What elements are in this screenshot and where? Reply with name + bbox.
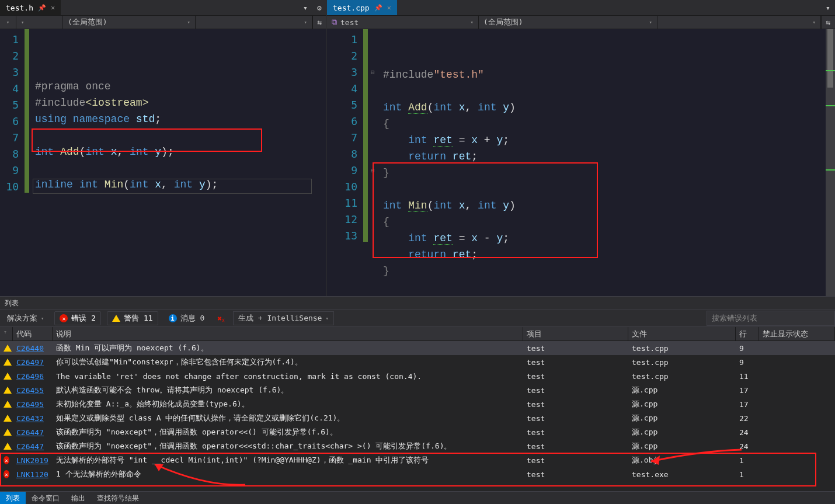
- bottom-tab[interactable]: 查找符号结果: [91, 492, 145, 504]
- error-file: 源.cpp: [628, 411, 736, 425]
- nav-type[interactable]: ▾: [16, 16, 63, 29]
- nav-member[interactable]: ▾: [196, 16, 312, 29]
- error-project: test: [523, 369, 628, 383]
- solution-filter[interactable]: 解决方案▾: [2, 312, 48, 325]
- fold-toggle[interactable]: [368, 32, 377, 48]
- header-severity[interactable]: ᵀ: [0, 327, 13, 340]
- fold-toggle[interactable]: [368, 130, 377, 146]
- fold-toggle[interactable]: ⊟: [368, 64, 377, 81]
- header-suppress[interactable]: 禁止显示状态: [759, 327, 835, 340]
- error-toolbar: 解决方案▾ ✕ 错误 2 警告 11 i 消息 0 ✖ᵪ 生成 + Intell…: [0, 310, 835, 327]
- nav-member[interactable]: ▾: [657, 16, 821, 29]
- warning-icon: [4, 443, 12, 450]
- error-row[interactable]: C26495未初始化变量 A::_a。始终初始化成员变量(type.6)。tes…: [0, 397, 835, 411]
- error-code-link[interactable]: LNK1120: [16, 470, 48, 479]
- close-icon[interactable]: ✕: [51, 4, 55, 12]
- code-area-right[interactable]: 12345678910111213 ⊟⊟ #include"test.h"int…: [327, 29, 835, 296]
- error-description: 你可以尝试创建"Min"constexpr，除非它包含任何未定义行为(f.4)。: [53, 355, 523, 369]
- messages-pill[interactable]: i 消息 0: [164, 312, 210, 325]
- fold-toggle[interactable]: [368, 146, 377, 162]
- error-file: 源.obj: [628, 453, 736, 467]
- grid-header: ᵀ 代码 说明 项目 文件 行 禁止显示状态: [0, 327, 835, 341]
- error-grid[interactable]: ᵀ 代码 说明 项目 文件 行 禁止显示状态 C26440函数 Min 可以声明…: [0, 327, 835, 491]
- warning-icon: [4, 345, 12, 352]
- error-row[interactable]: C26432如果定义或删除类型 class A 中的任何默认操作，请全部定义或删…: [0, 411, 835, 425]
- fold-toggle[interactable]: [368, 48, 377, 64]
- tab-test-h[interactable]: test.h 📌 ✕: [0, 0, 61, 15]
- error-code-link[interactable]: C26496: [16, 372, 44, 381]
- error-code-link[interactable]: C26447: [16, 428, 44, 437]
- error-icon: ✕: [60, 314, 68, 322]
- error-row[interactable]: C26496The variable 'ret' does not change…: [0, 369, 835, 383]
- bottom-tab[interactable]: 命令窗口: [26, 492, 65, 504]
- header-code[interactable]: 代码: [13, 327, 53, 340]
- clear-filter-icon[interactable]: ✖ᵪ: [215, 314, 227, 323]
- error-suppress: [759, 355, 835, 369]
- errors-pill[interactable]: ✕ 错误 2: [54, 311, 101, 325]
- fold-column[interactable]: ⊟⊟: [368, 29, 377, 296]
- error-row[interactable]: C26447该函数声明为 "noexcept"，但调用函数 operator<<…: [0, 439, 835, 453]
- warning-icon: [112, 315, 120, 322]
- fold-toggle[interactable]: ⊟: [368, 162, 377, 179]
- error-row[interactable]: ✕LNK11201 个无法解析的外部命令testtest.exe1: [0, 467, 835, 481]
- gear-icon[interactable]: ⚙: [312, 0, 326, 15]
- fold-toggle[interactable]: [368, 113, 377, 130]
- pin-icon[interactable]: 📌: [38, 4, 46, 12]
- error-code-link[interactable]: C26497: [16, 358, 44, 367]
- fold-toggle[interactable]: [368, 228, 377, 244]
- error-code-link[interactable]: C26495: [16, 400, 44, 409]
- search-input[interactable]: 搜索错误列表: [707, 311, 835, 326]
- fold-toggle[interactable]: [368, 97, 377, 113]
- fold-toggle[interactable]: [368, 179, 377, 195]
- header-project[interactable]: 项目: [523, 327, 628, 340]
- nav-scope[interactable]: (全局范围) ▾: [63, 16, 196, 29]
- code-text[interactable]: #pragma once#include<iostream>using name…: [29, 29, 326, 296]
- warning-icon: [4, 359, 12, 366]
- header-line[interactable]: 行: [736, 327, 759, 340]
- code-area-left[interactable]: 12345678910 #pragma once#include<iostrea…: [0, 29, 326, 296]
- error-project: test: [523, 425, 628, 439]
- error-row[interactable]: ✕LNK2019无法解析的外部符号 "int __cdecl Min(int,i…: [0, 453, 835, 467]
- fold-toggle[interactable]: [368, 81, 377, 97]
- tab-bar-right: test.cpp 📌 ✕ ▾: [327, 0, 835, 15]
- error-row[interactable]: C26440函数 Min 可以声明为 noexcept (f.6)。testte…: [0, 341, 835, 355]
- error-code-link[interactable]: C26440: [16, 344, 44, 353]
- error-suppress: [759, 467, 835, 481]
- bottom-tab[interactable]: 列表: [0, 492, 26, 504]
- vertical-scrollbar[interactable]: [826, 29, 835, 296]
- error-code-link[interactable]: C26432: [16, 414, 44, 423]
- pin-icon[interactable]: 📌: [374, 4, 382, 12]
- close-icon[interactable]: ✕: [387, 4, 391, 12]
- fold-toggle[interactable]: [368, 211, 377, 228]
- nav-project[interactable]: ⧉ test ▾: [327, 16, 479, 29]
- error-line: 9: [736, 341, 759, 355]
- chevron-down-icon[interactable]: ▾: [821, 0, 835, 15]
- nav-project-label: test: [340, 18, 359, 27]
- bottom-tab[interactable]: 输出: [65, 492, 91, 504]
- warnings-pill[interactable]: 警告 11: [107, 311, 158, 325]
- chevron-down-icon[interactable]: ▾: [298, 0, 312, 15]
- error-row[interactable]: C26447该函数声明为 "noexcept"，但调用函数 operator<<…: [0, 425, 835, 439]
- split-icon[interactable]: ⇆: [312, 16, 326, 29]
- split-icon[interactable]: ⇆: [821, 16, 835, 29]
- code-text[interactable]: #include"test.h"int Add(int x, int y){ i…: [377, 29, 826, 296]
- header-file[interactable]: 文件: [628, 327, 736, 340]
- warning-icon: [4, 387, 12, 394]
- warning-icon: [4, 415, 12, 422]
- error-description: 函数 Min 可以声明为 noexcept (f.6)。: [53, 341, 523, 355]
- build-filter[interactable]: 生成 + IntelliSense▾: [233, 311, 334, 325]
- nav-scope-label: (全局范围): [483, 17, 523, 27]
- error-file: test.cpp: [628, 341, 736, 355]
- error-row[interactable]: C26497你可以尝试创建"Min"constexpr，除非它包含任何未定义行为…: [0, 355, 835, 369]
- error-row[interactable]: C26455默认构造函数可能不会 throw。请将其声明为 noexcept (…: [0, 383, 835, 397]
- header-desc[interactable]: 说明: [53, 327, 523, 340]
- error-file: 源.cpp: [628, 425, 736, 439]
- nav-history[interactable]: ▾: [0, 16, 16, 29]
- error-code-link[interactable]: C26447: [16, 442, 44, 451]
- error-code-link[interactable]: C26455: [16, 386, 44, 395]
- nav-scope[interactable]: (全局范围) ▾: [479, 16, 657, 29]
- error-code-link[interactable]: LNK2019: [16, 456, 48, 465]
- fold-toggle[interactable]: [368, 195, 377, 211]
- tab-test-cpp[interactable]: test.cpp 📌 ✕: [327, 0, 398, 15]
- error-description: 1 个无法解析的外部命令: [53, 467, 523, 481]
